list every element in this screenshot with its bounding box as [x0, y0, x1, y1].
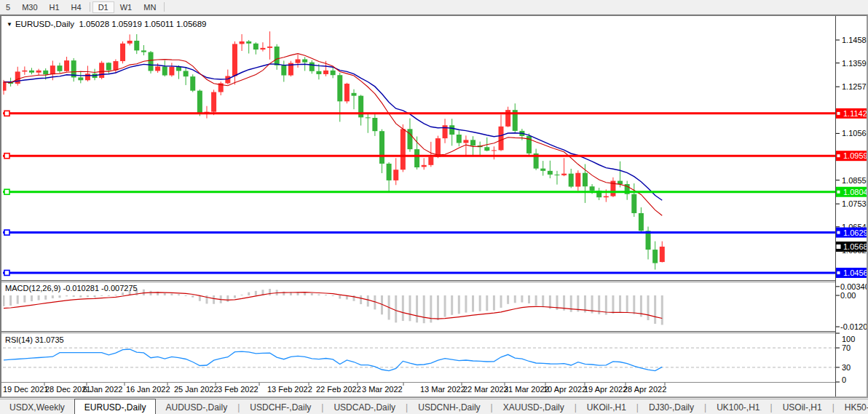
candle-body	[169, 67, 174, 76]
tab-hk50-h1[interactable]: HK50-,H1	[835, 399, 868, 414]
macd-histogram-bar	[178, 294, 180, 295]
candle-body	[366, 117, 371, 118]
candle-body	[267, 47, 272, 48]
macd-histogram-bar	[255, 291, 257, 295]
timeframe-button-h4[interactable]: H4	[66, 1, 87, 13]
macd-histogram-bar	[437, 295, 439, 320]
candle-body	[190, 76, 195, 90]
candle-body	[414, 149, 419, 167]
macd-histogram-bar	[444, 295, 446, 317]
macd-histogram-bar	[465, 295, 467, 313]
macd-histogram-bar	[535, 295, 537, 306]
candle-body	[499, 127, 504, 151]
macd-histogram-bar	[479, 295, 481, 311]
candle-body	[561, 174, 567, 175]
tab-uk100-h1[interactable]: UK100-,H1	[707, 399, 769, 414]
candle-body	[240, 41, 245, 44]
date-axis-label: 16 Jan 2022	[126, 385, 170, 394]
macd-histogram-bar	[507, 295, 509, 304]
macd-histogram-bar	[528, 295, 530, 303]
macd-histogram-bar	[367, 295, 369, 306]
timeframe-button-mn[interactable]: MN	[138, 1, 162, 13]
level-handle	[4, 189, 9, 194]
level-price-badge-label: 1.04562	[843, 268, 867, 277]
candle-body	[36, 71, 42, 73]
macd-histogram-bar	[52, 295, 54, 298]
macd-histogram-bar	[633, 295, 635, 314]
candle-body	[639, 213, 644, 231]
macd-histogram-bar	[647, 295, 650, 320]
candle-body	[372, 118, 377, 131]
macd-histogram-bar	[241, 295, 243, 295]
macd-histogram-bar	[317, 294, 320, 295]
tab-usdcad-daily[interactable]: USDCAD-,Daily	[324, 399, 405, 414]
tab-usdcnh-daily[interactable]: USDCNH-,Daily	[409, 399, 489, 414]
tab-usdchf-daily[interactable]: USDCHF-,Daily	[240, 399, 320, 414]
macd-histogram-bar	[213, 295, 215, 304]
level-price-handle	[837, 271, 840, 274]
tab-audusd-daily[interactable]: AUDUSD-,Daily	[156, 399, 237, 414]
macd-histogram-bar	[73, 295, 75, 297]
chart-background	[1, 16, 867, 397]
candle-body	[387, 164, 392, 180]
candle-body	[15, 71, 20, 84]
candle-body	[149, 52, 154, 71]
level-handle	[4, 111, 9, 116]
tab-usdx-weekly[interactable]: USDX,Weekly	[0, 399, 74, 414]
macd-histogram-bar	[500, 295, 502, 308]
macd-histogram-bar	[226, 295, 229, 302]
candle-body	[660, 247, 665, 262]
candle-body	[316, 71, 321, 74]
candle-body	[548, 171, 553, 175]
timeframe-button-5[interactable]: 5	[0, 1, 16, 13]
candle-body	[344, 84, 350, 101]
candle-body	[134, 41, 139, 50]
tab-usoil-h1[interactable]: USOil-,H1	[773, 399, 832, 414]
macd-histogram-bar	[451, 295, 453, 315]
timeframe-button-h1[interactable]: H1	[44, 1, 66, 13]
macd-histogram-bar	[395, 295, 397, 322]
tab-xauusd-daily[interactable]: XAUUSD-,Daily	[494, 399, 574, 414]
candle-body	[43, 71, 48, 74]
tab-ukoil-h1[interactable]: UKOil-,H1	[577, 399, 636, 414]
candle-body	[554, 175, 559, 175]
level-handle	[4, 270, 9, 275]
tab-dj30-daily[interactable]: DJ30-,Daily	[639, 399, 703, 414]
level-handle	[4, 154, 9, 159]
macd-histogram-bar	[192, 295, 194, 298]
chart-canvas[interactable]: 1.145801.135901.125701.105601.085501.075…	[1, 16, 867, 397]
candle-body	[260, 48, 265, 49]
current-price-handle	[837, 244, 840, 248]
toolbar-separator	[90, 2, 90, 12]
tab-eurusd-daily[interactable]: EURUSD-,Daily	[74, 399, 157, 414]
candle-body	[275, 47, 280, 65]
macd-histogram-bar	[199, 295, 201, 301]
macd-histogram-bar	[234, 295, 236, 298]
macd-histogram-bar	[332, 295, 334, 296]
timeframe-button-w1[interactable]: W1	[114, 1, 138, 13]
macd-histogram-bar	[38, 295, 40, 300]
candle-body	[141, 50, 146, 52]
macd-histogram-bar	[654, 295, 656, 324]
macd-histogram-bar	[23, 295, 25, 303]
chart-window: 1.145801.135901.125701.105601.085501.075…	[0, 15, 868, 398]
macd-histogram-bar	[661, 295, 663, 325]
timeframe-button-d1[interactable]: D1	[92, 1, 114, 13]
macd-histogram-bar	[472, 295, 474, 312]
rsi-axis-label: 0	[842, 375, 846, 384]
date-axis-label: 22 Feb 2022	[316, 385, 361, 394]
symbol-dropdown-arrow[interactable]: ▼	[7, 21, 12, 28]
level-price-badge-label: 1.11422	[843, 109, 867, 118]
macd-histogram-bar	[360, 295, 362, 304]
macd-histogram-bar	[339, 295, 341, 299]
level-price-handle	[837, 190, 840, 194]
candle-body	[296, 60, 301, 63]
timeframe-button-m30[interactable]: M30	[16, 1, 43, 13]
macd-histogram-bar	[570, 295, 572, 312]
chart-tabs-bar: USDX,WeeklyEURUSD-,DailyAUDUSD-,Daily|US…	[0, 399, 868, 414]
date-axis-label: 10 Apr 2022	[543, 385, 586, 394]
candle-body	[337, 75, 342, 101]
candle-body	[618, 181, 623, 184]
level-price-badge-label: 1.08044	[843, 188, 867, 196]
candle-body	[50, 65, 55, 74]
